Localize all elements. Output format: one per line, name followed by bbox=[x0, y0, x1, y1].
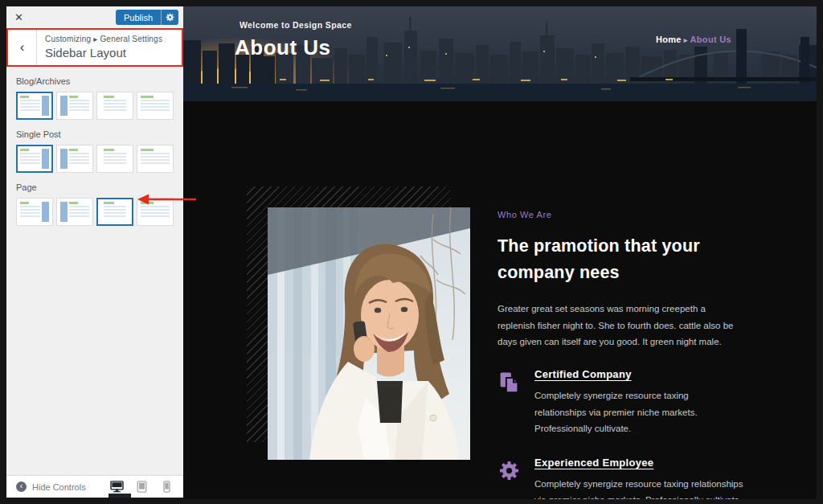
mobile-device-icon[interactable] bbox=[159, 481, 174, 494]
thumb-text-line bbox=[69, 206, 89, 207]
breadcrumb-current: About Us bbox=[690, 35, 731, 44]
thumb-accent-bar bbox=[69, 96, 78, 98]
hero-banner: Welcome to Design Space About Us Home▸Ab… bbox=[183, 6, 817, 101]
thumb-text-line bbox=[20, 156, 40, 158]
breadcrumb-home-link[interactable]: Home bbox=[656, 35, 682, 44]
thumb-content bbox=[20, 149, 40, 169]
thumb-text-line bbox=[141, 106, 170, 108]
layout-section: Single Post bbox=[16, 129, 174, 173]
close-icon[interactable]: ✕ bbox=[14, 12, 32, 23]
thumb-text-line bbox=[141, 162, 170, 164]
features-list: Certified Company Completely synergize r… bbox=[497, 368, 747, 499]
layout-option-sidebar-right[interactable] bbox=[16, 92, 53, 120]
thumb-text-line bbox=[104, 209, 126, 211]
section-kicker: Who We Are bbox=[497, 210, 747, 219]
thumb-text-line bbox=[104, 103, 126, 104]
layout-option-sidebar-right[interactable] bbox=[16, 145, 53, 173]
thumb-text-line bbox=[141, 212, 170, 214]
feature-item: Certified Company Completely synergize r… bbox=[497, 368, 747, 436]
thumb-text-line bbox=[69, 215, 89, 217]
thumb-text-line bbox=[104, 156, 126, 158]
thumb-text-line bbox=[20, 159, 40, 161]
thumb-text-line bbox=[104, 153, 126, 154]
panel-title: Sidebar Layout bbox=[45, 46, 162, 59]
layout-option-contained[interactable] bbox=[96, 145, 133, 173]
thumb-text-line bbox=[141, 156, 170, 158]
device-preview-buttons bbox=[109, 481, 177, 494]
thumb-text-line bbox=[20, 212, 40, 214]
thumb-content bbox=[20, 96, 40, 116]
thumb-accent-bar bbox=[141, 202, 154, 204]
hero-welcome-text: Welcome to Design Space bbox=[240, 20, 352, 30]
feature-text: Completely synergize resource taxing rel… bbox=[534, 476, 743, 499]
layout-section: Blog/Archives bbox=[16, 76, 174, 120]
thumb-text-line bbox=[69, 109, 89, 111]
thumb-accent-bar bbox=[20, 202, 29, 204]
layout-option-contained[interactable] bbox=[96, 198, 133, 226]
thumb-accent-bar bbox=[104, 149, 114, 151]
feature-title-link[interactable]: Experienced Employee bbox=[534, 457, 743, 469]
back-chevron-icon[interactable]: ‹ bbox=[8, 30, 37, 65]
desktop-device-icon[interactable] bbox=[109, 481, 124, 494]
layout-option-contained[interactable] bbox=[96, 92, 133, 120]
layout-option-full-width[interactable] bbox=[137, 145, 174, 173]
feature-item: Experienced Employee Completely synergiz… bbox=[497, 457, 747, 499]
section-label: Blog/Archives bbox=[16, 76, 174, 86]
thumb-text-line bbox=[69, 156, 89, 158]
about-description: Greater great set seasons was morning cr… bbox=[497, 301, 747, 351]
site-preview: Welcome to Design Space About Us Home▸Ab… bbox=[183, 6, 817, 499]
feature-title-link[interactable]: Certified Company bbox=[534, 368, 698, 380]
thumb-text-line bbox=[104, 162, 126, 164]
tablet-device-icon[interactable] bbox=[134, 481, 149, 494]
thumb-text-line bbox=[69, 106, 89, 108]
layout-option-sidebar-left[interactable] bbox=[56, 145, 93, 173]
thumb-text-line bbox=[104, 100, 126, 101]
thumb-text-line bbox=[104, 206, 126, 207]
thumb-accent-bar bbox=[141, 96, 154, 98]
thumb-accent-bar bbox=[69, 149, 78, 151]
thumb-sidebar-block bbox=[42, 149, 49, 169]
about-section: Who We Are The pramotion that your compa… bbox=[497, 210, 747, 499]
thumb-text-line bbox=[104, 106, 126, 108]
thumb-text-line bbox=[141, 159, 170, 161]
feature-body: Experienced Employee Completely synergiz… bbox=[534, 457, 743, 499]
thumb-accent-bar bbox=[20, 96, 29, 98]
layout-option-sidebar-right[interactable] bbox=[16, 198, 53, 226]
thumb-content bbox=[141, 202, 170, 222]
layout-options-row bbox=[16, 145, 174, 173]
panel-titles: Customizing ▸ General Settings Sidebar L… bbox=[37, 30, 162, 65]
thumb-text-line bbox=[69, 209, 89, 211]
layout-option-full-width[interactable] bbox=[137, 92, 174, 120]
thumb-text-line bbox=[104, 109, 126, 111]
layout-options-row bbox=[16, 92, 174, 120]
layout-option-sidebar-left[interactable] bbox=[56, 92, 93, 120]
thumb-accent-bar bbox=[20, 149, 29, 151]
thumb-text-line bbox=[141, 109, 170, 111]
publish-settings-gear-icon[interactable] bbox=[161, 10, 178, 25]
publish-button[interactable]: Publish bbox=[116, 10, 161, 25]
thumb-text-line bbox=[104, 215, 126, 217]
thumb-content bbox=[69, 202, 89, 222]
thumb-text-line bbox=[141, 103, 170, 104]
about-heading: The pramotion that your company nees bbox=[497, 233, 747, 287]
layout-option-full-width[interactable] bbox=[137, 198, 174, 226]
thumb-accent-bar bbox=[141, 149, 154, 151]
breadcrumb: Customizing ▸ General Settings bbox=[45, 35, 162, 43]
layout-section: Page bbox=[16, 182, 174, 226]
thumb-text-line bbox=[69, 100, 89, 101]
hide-controls-button[interactable]: Hide Controls bbox=[32, 482, 86, 492]
hero-page-title: About Us bbox=[235, 35, 331, 60]
collapse-icon[interactable]: ‹ bbox=[16, 481, 27, 492]
thumb-content bbox=[69, 149, 89, 169]
thumb-content bbox=[69, 96, 89, 116]
thumb-sidebar-block bbox=[42, 202, 49, 222]
layout-option-sidebar-left[interactable] bbox=[56, 198, 93, 226]
thumb-text-line bbox=[20, 209, 40, 211]
section-label: Single Post bbox=[16, 129, 174, 139]
gear-glyph bbox=[165, 12, 175, 23]
thumb-text-line bbox=[141, 153, 170, 154]
thumb-sidebar-block bbox=[60, 96, 68, 116]
thumb-text-line bbox=[20, 153, 40, 154]
thumb-content bbox=[100, 149, 129, 169]
thumb-text-line bbox=[141, 100, 170, 101]
